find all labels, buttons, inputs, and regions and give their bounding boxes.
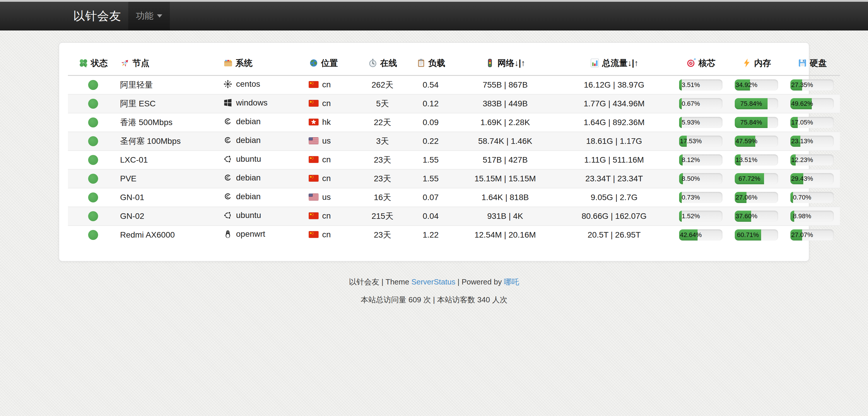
load-cell: 1.22 [406,226,455,244]
network-speed-value: 1.64K | 818B [482,193,529,202]
theme-link[interactable]: ServerStatus [411,277,455,286]
os-cell: debian [221,188,307,207]
os-cell: ubuntu [221,151,307,169]
disk-progress: 49.62% [790,98,834,109]
stopwatch-icon [368,58,378,68]
os-icon [223,173,232,182]
disk-percent-label: 12.23% [791,154,813,166]
cpu-progress-fill [679,98,682,109]
memory-progress: 67.72% [735,173,778,184]
network-cell: 1.69K | 2.28K [455,113,555,132]
memory-cell: 34.92% [728,76,784,95]
nav-menu-features[interactable]: 功能 [128,2,170,30]
os-cell: debian [221,113,307,132]
os-cell: debian [221,132,307,151]
os-name: openwrt [236,229,265,239]
uptime-cell: 3天 [359,132,406,151]
cpu-cell: 17.53% [673,132,728,151]
server-row[interactable]: 圣何塞 100Mbps debian us 3天 0.22 58.74K | 1… [68,132,840,151]
country-flag-icon [309,119,319,125]
server-row[interactable]: 香港 500Mbps debian hk 22天 0.09 1.69K | 2.… [68,113,840,132]
memory-progress: 27.06% [735,192,778,203]
status-cell [68,188,118,207]
column-header-label: 在线 [380,58,397,68]
location-code: cn [322,80,331,89]
server-row[interactable]: GN-01 debian us 16天 0.07 1.64K | 818B 9.… [68,188,840,207]
memory-percent-label: 13.51% [736,154,757,166]
uptime-value: 262天 [372,80,394,89]
load-value: 1.55 [423,174,439,183]
node-name: Redmi AX6000 [120,230,175,239]
os-cell: debian [221,169,307,188]
globe-icon [309,58,319,68]
network-cell: 1.64K | 818B [455,188,555,207]
server-row[interactable]: Redmi AX6000 openwrt cn 23天 1.22 12.54M … [68,226,840,244]
load-value: 0.54 [423,80,439,89]
cpu-progress: 5.93% [679,117,722,128]
network-cell: 58.74K | 1.46K [455,132,555,151]
status-cell [68,132,118,151]
column-header-label: 硬盘 [810,58,827,68]
disk-cell: 29.43% [784,169,840,188]
location-code: us [322,136,331,146]
location-cell: cn [307,207,359,226]
load-cell: 0.12 [406,94,455,113]
disk-progress: 23.13% [790,136,834,147]
status-cell [68,151,118,169]
server-row[interactable]: 阿里轻量 centos cn 262天 0.54 755B | 867B 16.… [68,76,840,95]
uptime-cell: 23天 [359,226,406,244]
server-row[interactable]: LXC-01 ubuntu cn 23天 1.55 517B | 427B 1.… [68,151,840,169]
disk-percent-label: 29.43% [791,173,813,184]
traffic-light-icon [485,58,495,68]
column-header-label: 位置 [321,58,338,68]
load-cell: 1.55 [406,169,455,188]
server-row[interactable]: PVE debian cn 23天 1.55 15.15M | 15.15M 2… [68,169,840,188]
cpu-cell: 3.51% [673,76,728,95]
status-online-dot [88,136,98,146]
disk-percent-label: 27.07% [791,229,813,240]
card-box-icon [223,58,233,68]
server-row[interactable]: 阿里 ESC windows cn 5天 0.12 383B | 449B 1.… [68,94,840,113]
cpu-cell: 5.93% [673,113,728,132]
column-header-card-box: 系统 [221,49,307,76]
node-name: GN-01 [120,193,144,202]
location-cell: cn [307,76,359,95]
traffic-cell: 80.66G | 162.07G [555,207,673,226]
location-code: hk [322,117,331,127]
traffic-cell: 18.61G | 1.17G [555,132,673,151]
load-value: 1.55 [423,155,439,165]
load-cell: 0.07 [406,188,455,207]
country-flag-icon [309,175,319,182]
table-header-row: 状态 节点 系统 位置 在线 负载 网络↓|↑ 总流量↓|↑ 核芯 内存 硬盘 [68,49,840,76]
node-cell: Redmi AX6000 [118,226,221,244]
cpu-progress: 3.51% [679,80,722,91]
cpu-percent-label: 1.52% [682,211,700,222]
memory-progress: 75.84% [735,117,778,128]
total-traffic-value: 18.61G | 1.17G [586,137,642,146]
disk-progress: 27.35% [790,80,834,91]
os-icon [223,98,232,108]
powered-by-link[interactable]: 哪吒 [504,277,519,286]
memory-cell: 75.84% [728,113,784,132]
column-header-bar-chart: 总流量↓|↑ [555,49,673,76]
network-speed-value: 383B | 449B [483,99,528,108]
load-cell: 1.55 [406,151,455,169]
os-icon [223,154,232,164]
location-code: cn [322,211,331,220]
brand-title[interactable]: 以针会友 [66,2,128,30]
node-cell: 阿里 ESC [118,94,221,113]
location-cell: cn [307,226,359,244]
status-online-dot [88,211,98,221]
memory-percent-label: 60.71% [737,229,759,240]
load-cell: 0.09 [406,113,455,132]
traffic-cell: 1.64G | 892.36M [555,113,673,132]
node-cell: 圣何塞 100Mbps [118,132,221,151]
server-row[interactable]: GN-02 ubuntu cn 215天 0.04 931B | 4K 80.6… [68,207,840,226]
status-cell [68,207,118,226]
os-name: ubuntu [236,211,261,220]
total-traffic-value: 80.66G | 162.07G [582,211,647,220]
bar-chart-icon [590,58,600,68]
memory-progress: 34.92% [735,80,778,91]
cpu-cell: 0.67% [673,94,728,113]
network-speed-value: 12.54M | 20.16M [474,230,536,239]
